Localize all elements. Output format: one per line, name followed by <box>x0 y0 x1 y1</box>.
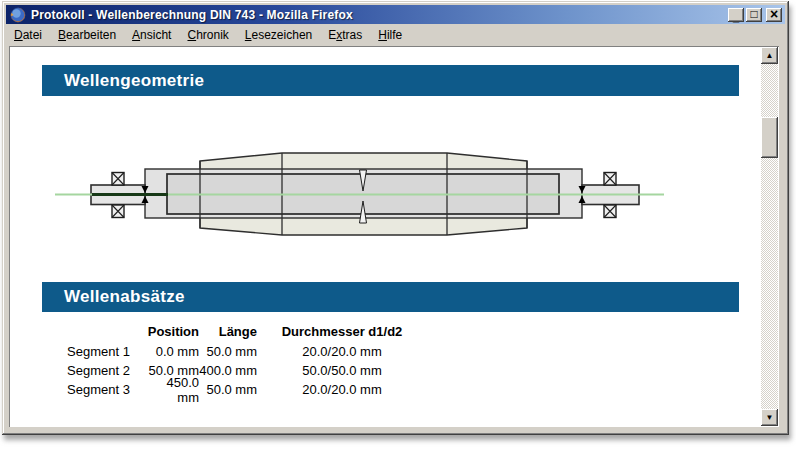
segment-position: 0.0 mm <box>147 344 199 359</box>
scroll-down-button[interactable]: ▼ <box>761 409 778 426</box>
segment-label: Segment 3 <box>67 382 147 397</box>
menu-item-extras[interactable]: Extras <box>320 26 370 44</box>
segment-label: Segment 1 <box>67 344 147 359</box>
menu-item-lesezeichen[interactable]: Lesezeichen <box>237 26 320 44</box>
shaft-diagram <box>10 101 710 241</box>
table-row: Segment 2 50.0 mm 400.0 mm 50.0/50.0 mm <box>67 361 427 380</box>
document-page: Wellengeometrie <box>10 47 761 426</box>
menu-item-bearbeiten[interactable]: Bearbeiten <box>50 26 124 44</box>
title-bar[interactable]: Protokoll - Wellenberechnung DIN 743 - M… <box>6 5 785 24</box>
segment-diameter: 50.0/50.0 mm <box>257 363 427 378</box>
segment-diameter: 20.0/20.0 mm <box>257 344 427 359</box>
table-row: Segment 1 0.0 mm 50.0 mm 20.0/20.0 mm <box>67 342 427 361</box>
col-header-durchmesser: Durchmesser d1/d2 <box>257 324 427 339</box>
segment-diameter: 20.0/20.0 mm <box>257 382 427 397</box>
minimize-icon: _ <box>733 12 739 22</box>
menu-item-datei[interactable]: Datei <box>6 26 50 44</box>
segment-length: 400.0 mm <box>199 363 257 378</box>
section-title: Wellengeometrie <box>64 71 204 91</box>
segments-table: Position Länge Durchmesser d1/d2 Segment… <box>67 321 427 399</box>
section-header-wellenabsaetze: Wellenabsätze <box>42 282 739 312</box>
close-button[interactable]: × <box>766 8 782 22</box>
segment-label: Segment 2 <box>67 363 147 378</box>
scrollbar-thumb[interactable] <box>761 117 778 158</box>
menu-bar: Datei Bearbeiten Ansicht Chronik Lesezei… <box>6 25 785 45</box>
section-header-wellengeometrie: Wellengeometrie <box>42 65 739 96</box>
maximize-button[interactable]: □ <box>746 8 762 22</box>
scroll-up-button[interactable]: ▲ <box>761 47 778 64</box>
section-title: Wellenabsätze <box>64 287 185 307</box>
segment-length: 50.0 mm <box>199 344 257 359</box>
arrow-up-icon: ▲ <box>766 52 774 60</box>
menu-item-chronik[interactable]: Chronik <box>179 26 236 44</box>
menu-item-ansicht[interactable]: Ansicht <box>124 26 179 44</box>
firefox-icon <box>10 7 26 23</box>
maximize-icon: □ <box>750 9 757 19</box>
vertical-scrollbar[interactable]: ▲ ▼ <box>761 47 778 426</box>
col-header-position: Position <box>147 324 199 339</box>
arrow-down-icon: ▼ <box>766 414 774 422</box>
browser-window: Protokoll - Wellenberechnung DIN 743 - M… <box>2 1 789 435</box>
close-icon: × <box>770 9 778 19</box>
col-header-laenge: Länge <box>199 324 257 339</box>
minimize-button[interactable]: _ <box>728 8 744 22</box>
segment-position: 450.0 mm <box>147 375 199 405</box>
table-header-row: Position Länge Durchmesser d1/d2 <box>67 321 427 342</box>
browser-viewport: Wellengeometrie <box>9 46 779 427</box>
segment-length: 50.0 mm <box>199 382 257 397</box>
table-row: Segment 3 450.0 mm 50.0 mm 20.0/20.0 mm <box>67 380 427 399</box>
window-title: Protokoll - Wellenberechnung DIN 743 - M… <box>31 8 353 22</box>
menu-item-hilfe[interactable]: Hilfe <box>370 26 410 44</box>
